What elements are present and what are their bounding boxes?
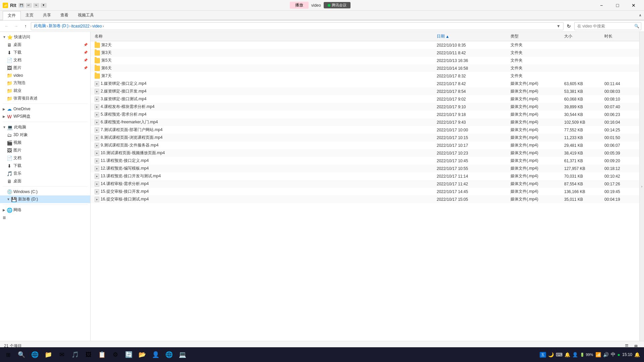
ribbon-expand-btn[interactable]: ∧ — [639, 13, 641, 17]
tab-video-tools[interactable]: 视频工具 — [73, 11, 99, 19]
sidebar-onedrive[interactable]: ▶ ☁ OneDrive — [0, 105, 90, 113]
taskbar-volume[interactable]: 🔊 — [603, 352, 609, 357]
path-itcast[interactable]: itcast2022 — [71, 24, 90, 28]
file-row[interactable]: ▶ 16.提交审核-接口测试.mp4 2022/10/17 15:05 媒体文件… — [91, 195, 639, 203]
taskbar-net[interactable]: 🌐 — [162, 348, 176, 361]
file-row[interactable]: ▶ 8.测试课程页面-浏览课程页面.mp4 2022/10/17 10:15 媒… — [91, 134, 639, 141]
taskbar-edge[interactable]: 🌐 — [28, 348, 42, 361]
sidebar-item-3d[interactable]: 🗂 3D 对象 — [0, 131, 90, 139]
tab-view[interactable]: 查看 — [56, 11, 73, 19]
close-button[interactable]: ✕ — [626, 0, 641, 11]
col-header-date[interactable]: 日期 ▲ — [435, 33, 509, 40]
forward-button[interactable]: → — [12, 22, 20, 30]
file-row[interactable]: ▶ 4.课程发布-模块需求分析.mp4 2022/10/17 9:10 媒体文件… — [91, 103, 639, 111]
tencent-meeting-btn[interactable]: 腾讯会议 — [324, 2, 351, 8]
sidebar-network[interactable]: ▶ 🌐 网络 — [0, 206, 90, 214]
minimize-button[interactable]: − — [594, 0, 609, 11]
sidebar-item-documents[interactable]: 📄 文档 — [0, 154, 90, 162]
tab-bofang[interactable]: 播放 — [290, 2, 309, 9]
maximize-button[interactable]: □ — [610, 0, 625, 11]
file-row[interactable]: ▶ 2.媒资绑定-接口开发.mp4 2022/10/17 8:54 媒体文件(.… — [91, 87, 639, 95]
tab-file[interactable]: 文件 — [3, 11, 21, 20]
file-row[interactable]: ▶ 3.媒资绑定-接口测试.mp4 2022/10/17 9:02 媒体文件(.… — [91, 95, 639, 103]
taskbar-explorer[interactable]: 📁 — [42, 348, 55, 361]
sidebar-drive-c[interactable]: 💿 Windows (C:) — [0, 188, 90, 195]
refresh-button[interactable]: ↻ — [565, 22, 573, 30]
file-row[interactable]: ▶ 15.提交审核-接口开发.mp4 2022/10/17 14:45 媒体文件… — [91, 188, 639, 195]
search-input[interactable] — [574, 22, 641, 30]
path-drive[interactable]: 新加卷 (D:) — [49, 23, 68, 29]
file-row[interactable]: ▶ 11.课程预览-接口定义.mp4 2022/10/17 10:45 媒体文件… — [91, 157, 639, 165]
file-row[interactable]: ▶ 14.课程审核-需求分析.mp4 2022/10/17 11:42 媒体文件… — [91, 180, 639, 188]
path-thispc[interactable]: 此电脑 — [34, 23, 46, 29]
sidebar-item-pictures[interactable]: 🖼 图片 📌 — [0, 64, 90, 72]
file-row[interactable]: ▶ 12.课程预览-编写模板.mp4 2022/10/17 10:55 媒体文件… — [91, 165, 639, 172]
taskbar-moon[interactable]: 🌙 — [548, 352, 554, 357]
taskbar-media[interactable]: 🎵 — [68, 348, 82, 361]
sidebar-item-desktop[interactable]: 🖥 桌面 📌 — [0, 41, 90, 49]
path-video[interactable]: video — [92, 24, 102, 28]
qa-undo[interactable]: ↩ — [26, 3, 32, 8]
taskbar-ime[interactable]: 中 — [611, 352, 615, 358]
taskbar-update[interactable]: 🔄 — [122, 348, 136, 361]
file-row[interactable]: ▶ 7.测试课程页面-部署门户网站.mp4 2022/10/17 10:00 媒… — [91, 126, 639, 134]
taskbar-shurufa[interactable]: 五 — [540, 352, 546, 358]
sidebar-item-downloads[interactable]: ⬇ 下载 — [0, 162, 90, 170]
folder-row[interactable]: 第5天 2022/10/13 16:36 文件夹 — [91, 57, 639, 64]
qa-redo[interactable]: ↪ — [33, 3, 39, 8]
col-header-size[interactable]: 大小 — [563, 33, 603, 40]
sidebar-item-zhangxiao[interactable]: 📁 张霄项目表述 — [0, 95, 90, 102]
taskbar-user[interactable]: 👤 — [149, 348, 162, 361]
file-row[interactable]: ▶ 6.课程预览-freemarker入门.mp4 2022/10/17 9:4… — [91, 118, 639, 126]
sidebar-section-quick-access[interactable]: ▼ ⭐ 快速访问 — [0, 33, 90, 41]
sidebar-item-fangxianghao[interactable]: 📁 方翔浩 — [0, 79, 90, 87]
taskbar-sysicons[interactable]: 🔔 — [565, 352, 570, 357]
sidebar-item-download[interactable]: ⬇ 下载 📌 — [0, 49, 90, 56]
file-row[interactable]: ▶ 9.测试课程页面-文件服务器.mp4 2022/10/17 10:17 媒体… — [91, 141, 639, 149]
taskbar-photos[interactable]: 🖼 — [82, 348, 95, 361]
taskbar-pc[interactable]: 💻 — [176, 348, 189, 361]
file-row[interactable]: ▶ 1.媒资绑定-接口定义.mp4 2022/10/17 8:42 媒体文件(.… — [91, 80, 639, 87]
up-button[interactable]: ↑ — [21, 22, 30, 30]
sidebar-wps[interactable]: ▶ W WPS网盘 — [0, 113, 90, 120]
col-header-name[interactable]: 名称 — [93, 33, 435, 40]
sidebar-thispc[interactable]: ▼ 💻 此电脑 — [0, 123, 90, 131]
taskbar-search[interactable]: 🔍 — [15, 348, 28, 361]
taskbar-notify[interactable]: 🔔 — [634, 352, 640, 357]
tab-share[interactable]: 共享 — [38, 11, 56, 19]
folder-row[interactable]: 第7天 2022/10/17 8:32 文件夹 — [91, 72, 639, 80]
folder-row[interactable]: 第2天 2022/10/10 8:35 文件夹 — [91, 41, 639, 49]
right-panel-toggle[interactable]: › — [639, 32, 644, 341]
taskbar-pdf[interactable]: 📋 — [95, 348, 109, 361]
sidebar-bottom-item[interactable]: ≡ — [0, 214, 90, 222]
taskbar-network[interactable]: 📶 — [595, 352, 601, 357]
col-header-type[interactable]: 类型 — [509, 33, 563, 40]
address-path[interactable]: 此电脑 › 新加卷 (D:) › itcast2022 › video › ▼ — [31, 22, 564, 30]
taskbar-clock[interactable]: 15:10 — [622, 352, 632, 357]
sidebar-item-pics[interactable]: 🖼 图片 — [0, 146, 90, 154]
qa-save[interactable]: 💾 — [18, 3, 24, 8]
file-row[interactable]: ▶ 5.课程预览-需求分析.mp4 2022/10/17 9:18 媒体文件(.… — [91, 111, 639, 118]
folder-row[interactable]: 第6天 2022/10/14 16:58 文件夹 — [91, 64, 639, 72]
taskbar-user2[interactable]: 👤 — [572, 352, 578, 357]
folder-row[interactable]: 第3天 2022/10/11 8:42 文件夹 — [91, 49, 639, 57]
sidebar-item-video[interactable]: 📁 video — [0, 72, 90, 79]
file-row[interactable]: ▶ 10.测试课程页面-视频播放页面.mp4 2022/10/17 10:23 … — [91, 149, 639, 157]
file-row[interactable]: ▶ 13.课程预览-接口开发与测试.mp4 2022/10/17 11:14 媒… — [91, 172, 639, 180]
sidebar-item-music[interactable]: 🎵 音乐 — [0, 170, 90, 177]
sidebar-item-videos[interactable]: 🎬 视频 — [0, 139, 90, 146]
back-button[interactable]: ← — [3, 22, 11, 30]
taskbar-keyboard[interactable]: ⌨ — [556, 352, 562, 357]
qa-more[interactable]: ▼ — [41, 3, 47, 8]
sidebar-item-jiuye[interactable]: 📁 就业 — [0, 87, 90, 95]
path-dropdown[interactable]: ▼ — [556, 24, 560, 28]
col-header-duration[interactable]: 时长 — [603, 33, 637, 40]
sidebar-item-docs[interactable]: 📄 文档 📌 — [0, 56, 90, 64]
taskbar-settings[interactable]: ⚙ — [109, 348, 122, 361]
taskbar-start[interactable]: ⊞ — [1, 348, 15, 361]
tab-home[interactable]: 主页 — [21, 11, 38, 19]
taskbar-mail[interactable]: ✉ — [55, 348, 68, 361]
taskbar-files[interactable]: 📂 — [136, 348, 149, 361]
sidebar-drive-d[interactable]: ▼ 💾 新加卷 (D:) — [0, 195, 90, 203]
taskbar-greenapp[interactable]: ● — [618, 352, 620, 357]
